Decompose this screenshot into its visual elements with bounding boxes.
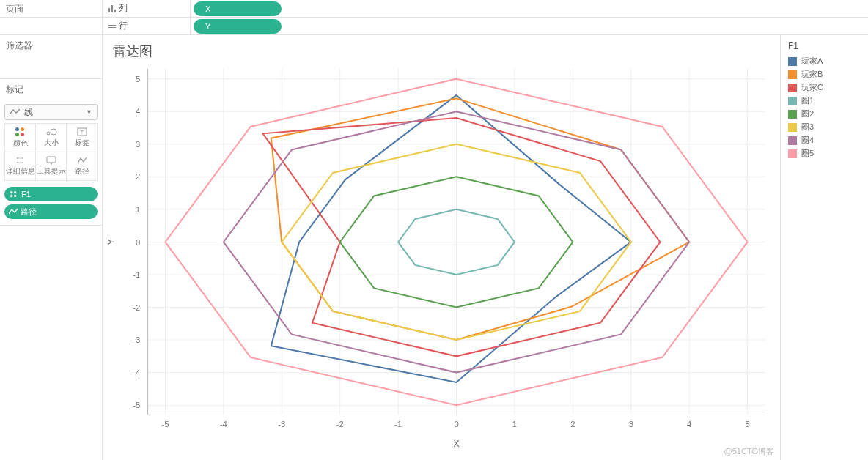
legend-title: F1 xyxy=(788,41,861,51)
mark-detail-label: 详细信息 xyxy=(6,166,35,177)
svg-text:-2: -2 xyxy=(133,303,140,312)
svg-text:-2: -2 xyxy=(336,420,344,429)
legend-swatch xyxy=(788,84,797,92)
svg-marker-11 xyxy=(50,163,53,165)
svg-text:-4: -4 xyxy=(220,420,227,429)
mark-tooltip-label: 工具提示 xyxy=(37,166,66,177)
mark-path-label: 路径 xyxy=(75,166,89,177)
svg-text:-5: -5 xyxy=(133,401,140,409)
legend-swatch xyxy=(788,110,797,119)
chart-title: 雷达图 xyxy=(103,35,780,62)
legend-label: 圈5 xyxy=(801,148,814,159)
chart-view: 雷达图 -5-4-3-2-1012345-5-4-3-2-1012345XY @… xyxy=(103,35,780,460)
line-icon xyxy=(10,108,20,116)
rows-pill-y[interactable]: Y xyxy=(194,19,282,34)
filter-card-header[interactable]: 筛选器 xyxy=(0,35,102,57)
mark-type-dropdown[interactable]: 线 ▼ xyxy=(4,104,98,120)
legend-label: 玩家C xyxy=(801,82,823,93)
svg-text:-5: -5 xyxy=(161,420,169,429)
mark-card-grid: 颜色 大小 T 标签 详细信息 xyxy=(4,123,98,181)
legend-label: 圈3 xyxy=(801,122,814,133)
columns-shelf[interactable]: X xyxy=(191,0,868,17)
svg-text:X: X xyxy=(453,439,459,449)
mark-label[interactable]: T 标签 xyxy=(67,124,97,152)
columns-label-text: 列 xyxy=(119,2,128,15)
columns-shelf-label[interactable]: 列 xyxy=(103,0,191,17)
svg-text:-3: -3 xyxy=(278,420,285,429)
legend-label: 圈2 xyxy=(801,108,814,119)
rows-label-text: 行 xyxy=(119,20,128,32)
marks-pill-f1-label: F1 xyxy=(21,190,31,199)
svg-text:4: 4 xyxy=(136,107,140,116)
chart-canvas[interactable]: -5-4-3-2-1012345-5-4-3-2-1012345XY xyxy=(103,62,780,453)
legend-item[interactable]: 玩家A xyxy=(788,56,861,67)
left-sidebar: 筛选器 标记 线 ▼ 颜色 xyxy=(0,35,103,460)
chevron-down-icon: ▼ xyxy=(86,108,92,116)
svg-text:0: 0 xyxy=(136,238,140,247)
columns-pill-x[interactable]: X xyxy=(194,1,282,16)
svg-text:-1: -1 xyxy=(394,420,402,429)
legend-swatch xyxy=(788,57,797,66)
mark-detail[interactable]: 详细信息 xyxy=(5,152,35,180)
svg-text:2: 2 xyxy=(136,172,140,181)
tooltip-icon xyxy=(46,156,56,165)
marks-card-header[interactable]: 标记 xyxy=(0,79,102,101)
legend-item[interactable]: 玩家B xyxy=(788,69,861,80)
label-icon: T xyxy=(77,127,87,136)
mark-tooltip[interactable]: 工具提示 xyxy=(36,152,66,180)
pages-shelf-body[interactable] xyxy=(0,18,103,34)
path-icon xyxy=(9,208,18,215)
mark-color-label: 颜色 xyxy=(13,138,28,149)
series-line[interactable] xyxy=(263,118,661,356)
svg-text:1: 1 xyxy=(136,205,140,214)
svg-text:Y: Y xyxy=(106,239,117,245)
legend-item[interactable]: 圈5 xyxy=(788,148,861,159)
series-line[interactable] xyxy=(271,98,689,340)
svg-text:3: 3 xyxy=(136,140,140,149)
legend-label: 圈1 xyxy=(801,95,814,106)
mark-path[interactable]: 路径 xyxy=(67,152,97,180)
svg-text:1: 1 xyxy=(512,420,517,429)
svg-text:-4: -4 xyxy=(133,368,140,377)
legend-panel: F1 玩家A玩家B玩家C圈1圈2圈3圈4圈5 xyxy=(780,35,868,460)
pages-shelf[interactable]: 页面 xyxy=(0,0,103,17)
mark-label-label: 标签 xyxy=(75,138,89,148)
legend-item[interactable]: 圈2 xyxy=(788,108,861,119)
watermark: @51CTO博客 xyxy=(724,446,774,457)
legend-swatch xyxy=(788,97,797,105)
detail-icon xyxy=(15,156,26,165)
rows-shelf[interactable]: Y xyxy=(191,18,868,34)
mark-size-label: 大小 xyxy=(44,138,59,148)
mark-size[interactable]: 大小 xyxy=(36,124,66,152)
svg-text:2: 2 xyxy=(570,420,575,429)
color-icon xyxy=(15,127,25,137)
svg-text:4: 4 xyxy=(687,420,691,429)
svg-text:5: 5 xyxy=(136,75,140,84)
legend-item[interactable]: 圈3 xyxy=(788,122,861,133)
marks-pill-f1[interactable]: F1 xyxy=(4,187,98,201)
svg-point-0 xyxy=(47,132,50,135)
svg-text:5: 5 xyxy=(745,420,749,429)
columns-icon xyxy=(108,5,116,12)
marks-pill-path-label: 路径 xyxy=(21,207,37,218)
size-icon xyxy=(45,127,57,136)
legend-label: 玩家A xyxy=(801,56,823,67)
svg-text:-3: -3 xyxy=(133,335,140,344)
marks-pill-path[interactable]: 路径 xyxy=(4,204,98,219)
legend-swatch xyxy=(788,70,797,79)
mark-type-label: 线 xyxy=(24,106,33,119)
svg-point-1 xyxy=(51,129,56,135)
svg-text:0: 0 xyxy=(454,420,458,429)
color-icon xyxy=(10,190,17,197)
shelves: 页面 列 X 行 Y xyxy=(0,0,868,35)
legend-label: 玩家B xyxy=(801,69,823,80)
svg-text:3: 3 xyxy=(629,420,633,429)
rows-shelf-label[interactable]: 行 xyxy=(103,18,191,34)
path-icon xyxy=(77,156,87,165)
legend-item[interactable]: 玩家C xyxy=(788,82,861,93)
mark-color[interactable]: 颜色 xyxy=(5,124,35,152)
legend-label: 圈4 xyxy=(801,135,814,146)
legend-item[interactable]: 圈4 xyxy=(788,135,861,146)
legend-item[interactable]: 圈1 xyxy=(788,95,861,106)
rows-icon xyxy=(108,23,116,29)
